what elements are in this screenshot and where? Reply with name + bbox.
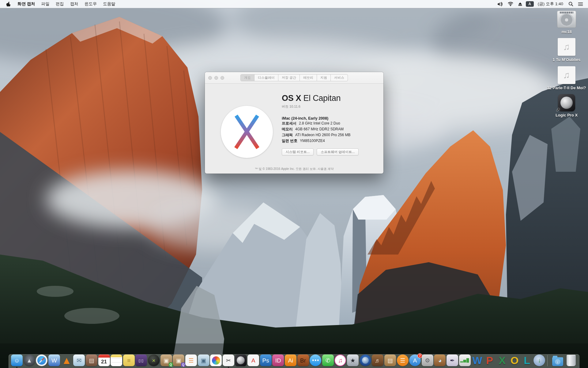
x-app[interactable]: × <box>148 355 160 366</box>
dock-app-glyph: Ps <box>262 358 269 363</box>
tab[interactable]: 저장 공간 <box>278 75 300 81</box>
notification-center-icon[interactable] <box>577 2 584 6</box>
menubar-menu[interactable]: 캡처 <box>67 1 81 7</box>
photos[interactable] <box>210 355 222 366</box>
acrobat[interactable]: A <box>247 355 259 366</box>
iweb[interactable]: ▤ <box>384 355 396 366</box>
tab[interactable]: 개요 <box>241 75 254 81</box>
contacts[interactable]: ▤ <box>85 355 97 366</box>
dock-app-glyph: O <box>511 355 518 366</box>
ms-update[interactable]: ↓ <box>533 355 545 366</box>
photoshop[interactable]: Ps <box>260 355 272 366</box>
app-store[interactable]: A 7 <box>409 355 421 366</box>
idvd[interactable] <box>359 355 371 366</box>
stuffit-green[interactable]: ▣ Q <box>160 355 172 366</box>
notes[interactable] <box>111 355 123 366</box>
trash[interactable] <box>565 355 577 366</box>
messages[interactable]: ⋯ <box>310 355 322 366</box>
desktop-icon[interactable]: mc18 <box>557 11 576 34</box>
word[interactable]: W <box>471 355 483 366</box>
facetime[interactable]: ✆ <box>322 355 334 366</box>
dock-app-icon: ▣ Q <box>173 355 184 366</box>
lync[interactable]: L <box>521 355 533 366</box>
about-tabs: 개요 디스플레이 저장 공간 메모리 지원 서비스 <box>240 74 348 81</box>
tab[interactable]: 지원 <box>317 75 331 81</box>
toast[interactable]: ▯▯ <box>135 355 147 366</box>
launchpad[interactable]: ▲ <box>23 355 35 366</box>
input-source-icon[interactable]: A <box>526 1 534 7</box>
zoom-button[interactable] <box>221 76 224 80</box>
dock-app-icon: ✂ <box>223 355 234 366</box>
spec-row: 프로세서2.8 GHz Intel Core 2 Duo <box>282 121 377 126</box>
ibooks[interactable]: ☰ <box>397 355 409 366</box>
finder[interactable]: ☺ <box>11 355 23 366</box>
vlc[interactable]: ▲ <box>61 355 73 366</box>
menubar-menu[interactable]: 윈도우 <box>81 1 100 7</box>
spec-row: 일련 번호YM85100PZE4 <box>282 138 377 144</box>
menubar-menu[interactable]: 도움말 <box>100 1 119 7</box>
window-titlebar[interactable]: 개요 디스플레이 저장 공간 메모리 지원 서비스 <box>205 72 383 84</box>
spec-value: YM85100PZE4 <box>300 139 325 143</box>
dock-app-glyph: Ai <box>288 358 293 363</box>
about-window-button[interactable]: 소프트웨어 업데이트... <box>317 148 359 155</box>
grab[interactable]: ✂ <box>222 355 234 366</box>
media-browser[interactable]: ▣ <box>198 355 209 366</box>
safari[interactable] <box>36 355 48 366</box>
menubar-menu[interactable]: 파일 <box>38 1 53 7</box>
stuffit-purple[interactable]: ▣ Q <box>173 355 185 366</box>
dock-app-glyph: A <box>251 358 255 363</box>
powerpoint[interactable]: P <box>484 355 496 366</box>
w-app[interactable]: W <box>48 355 60 366</box>
dock-app-icon: ♫ <box>334 355 346 366</box>
wifi-icon[interactable] <box>507 2 514 6</box>
dock-app-icon: O <box>509 355 520 366</box>
outlook[interactable]: O <box>509 355 521 366</box>
tab[interactable]: 메모리 <box>300 75 317 81</box>
itunes[interactable]: ♫ <box>334 355 346 366</box>
desktop-icon[interactable]: 12 Parle-T-Il De Moi? <box>547 66 586 90</box>
tab[interactable]: 디스플레이 <box>254 75 278 81</box>
logic-pro[interactable] <box>235 355 247 366</box>
dock-app-icon: ☰ <box>185 355 197 366</box>
volume-icon[interactable] <box>496 2 504 6</box>
about-window-button[interactable]: 시스템 리포트... <box>282 148 314 155</box>
desktop-icon[interactable]: 1 Tu M'Oublies <box>553 38 581 62</box>
minimize-button[interactable] <box>214 76 218 80</box>
dock-app-icon: ↓ <box>533 355 545 366</box>
eject-icon[interactable] <box>517 2 524 6</box>
indesign[interactable]: ID <box>272 355 284 366</box>
spec-value: ATI Radeon HD 2600 Pro 256 MB <box>295 133 351 137</box>
excel[interactable]: X <box>496 355 508 366</box>
desktop-icon-label: 1 Tu M'Oublies <box>553 57 581 62</box>
dock-app-icon <box>360 355 371 366</box>
downloads[interactable]: ↓ <box>547 355 565 366</box>
dock-app-icon: ☺ <box>11 355 23 366</box>
imovie[interactable]: ★ <box>347 355 359 366</box>
license-agreement-link[interactable]: 사용권 계약 <box>317 167 334 171</box>
spec-label: 메모리 <box>282 127 293 131</box>
garageband[interactable]: ♬ <box>372 355 384 366</box>
close-button[interactable] <box>208 76 212 80</box>
tab[interactable]: 서비스 <box>331 75 348 81</box>
apple-menu[interactable] <box>4 2 14 7</box>
active-app-menu[interactable]: 화면 캡처 <box>14 1 38 7</box>
numbers[interactable]: ▂▅█ <box>459 355 471 366</box>
pages[interactable]: ✒ <box>447 355 458 366</box>
stickies[interactable]: ≡ <box>123 355 135 366</box>
calendar[interactable]: 21 <box>98 355 110 366</box>
desktop-icon[interactable]: Logic Pro X <box>556 94 578 117</box>
system-preferences[interactable]: ⚙ <box>421 355 433 366</box>
window-controls <box>208 72 224 83</box>
illustrator[interactable]: Ai <box>285 355 296 366</box>
reminders[interactable]: ☰ <box>185 355 197 366</box>
dock-app-icon: ↓ <box>552 357 563 366</box>
mail[interactable]: ✉ <box>73 355 85 366</box>
dock-app-icon: ✒ <box>447 355 458 366</box>
menubar-menu[interactable]: 편집 <box>53 1 67 7</box>
search-icon[interactable] <box>567 2 575 6</box>
keynote[interactable]: ◕ <box>434 355 446 366</box>
dock-app-icon: ☰ <box>397 355 409 366</box>
menubar-clock[interactable]: (금) 오후 1:40 <box>536 1 565 7</box>
bridge[interactable]: Br <box>297 355 309 366</box>
file-icon <box>558 38 575 56</box>
